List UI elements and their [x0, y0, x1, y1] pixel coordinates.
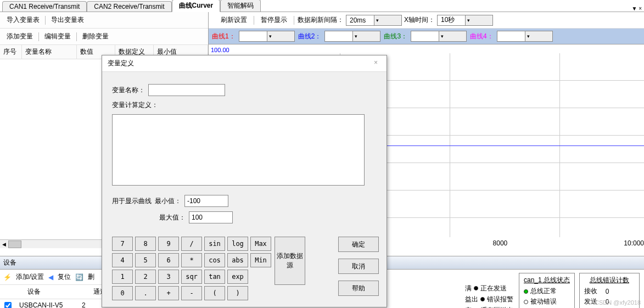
add-datasource-button[interactable]: 添加数据源	[275, 237, 305, 285]
key-8[interactable]: 8	[135, 237, 156, 251]
key-4[interactable]: 4	[112, 253, 133, 267]
interval-combo[interactable]: 20ms▾	[346, 15, 402, 26]
curve4-combo[interactable]: ▾	[497, 31, 553, 42]
delete-icon: 🔄	[75, 273, 83, 281]
separator	[38, 32, 39, 41]
col-device[interactable]: 设备	[22, 286, 88, 298]
curve-toolbar-1: 刷新设置 暂停显示 数据刷新间隔： 20ms▾ X轴时间： 10秒▾	[209, 12, 644, 29]
close-icon[interactable]: ×	[371, 59, 381, 68]
tab-overflow-icon[interactable]: ▼ ×	[631, 5, 642, 12]
pause-display-button[interactable]: 暂停显示	[257, 14, 290, 26]
key-div[interactable]: /	[181, 237, 202, 251]
tab-can2[interactable]: CAN2 Receive/Transmit	[87, 1, 171, 12]
separator	[76, 32, 77, 41]
xaxis-combo[interactable]: 10秒▾	[437, 15, 493, 26]
chart-ymax-label: 100.00	[211, 47, 229, 53]
refresh-settings-button[interactable]: 刷新设置	[217, 14, 250, 26]
key-3[interactable]: 3	[158, 270, 179, 284]
curve4-label: 曲线4：	[470, 32, 494, 41]
reset-icon: ◀	[48, 273, 53, 281]
var-toolbar-2: 添加变量 编辑变量 删除变量	[0, 29, 208, 45]
watermark: CSDN @xfy2018	[595, 299, 641, 306]
key-tan[interactable]: tan	[204, 270, 225, 284]
key-mul[interactable]: *	[181, 253, 202, 267]
import-vars-button[interactable]: 导入变量表	[3, 14, 43, 26]
add-var-button[interactable]: 添加变量	[3, 31, 36, 42]
key-1[interactable]: 1	[112, 270, 133, 284]
key-2[interactable]: 2	[135, 270, 156, 284]
key-9[interactable]: 9	[158, 237, 179, 251]
max-input[interactable]	[189, 211, 233, 223]
lightning-icon: ⚡	[3, 273, 12, 281]
key-0[interactable]: 0	[112, 286, 133, 300]
bus-error-title: 总线错误计数	[584, 276, 635, 285]
curve1-combo[interactable]: ▾	[239, 31, 295, 42]
min-label: 最小值：	[155, 197, 181, 206]
key-minus[interactable]: -	[181, 286, 202, 300]
keypad: 7 8 9 / sin log Max 4 5 6 * cos abs Min …	[112, 237, 271, 300]
key-7[interactable]: 7	[112, 237, 133, 251]
key-lparen[interactable]: (	[204, 286, 225, 300]
key-exp[interactable]: exp	[227, 270, 248, 284]
col-seq[interactable]: 序号	[0, 45, 22, 59]
key-cos[interactable]: cos	[204, 253, 225, 267]
key-max[interactable]: Max	[250, 237, 271, 251]
key-abs[interactable]: abs	[227, 253, 248, 267]
add-device-button[interactable]: 添加/设置	[13, 271, 47, 283]
key-sqr[interactable]: sqr	[181, 270, 202, 284]
device-name: USBCAN-II-V5	[16, 301, 82, 308]
curve3-combo[interactable]: ▾	[411, 31, 467, 42]
separator	[45, 16, 46, 25]
bus-status-box: can_1 总线状态 总线正常 被动错误 主动错误 总线关闭	[519, 273, 575, 308]
dialog-titlebar[interactable]: 变量定义 ×	[102, 55, 387, 72]
var-toolbar-1: 导入变量表 导出变量表	[0, 12, 208, 29]
delete-var-button[interactable]: 删除变量	[79, 31, 112, 42]
key-min[interactable]: Min	[250, 253, 271, 267]
key-plus[interactable]: +	[158, 286, 179, 300]
export-vars-button[interactable]: 导出变量表	[48, 14, 87, 26]
device-checkbox[interactable]	[4, 302, 12, 309]
key-sin[interactable]: sin	[204, 237, 225, 251]
var-expr-textarea[interactable]	[112, 114, 365, 186]
key-rparen[interactable]: )	[227, 286, 248, 300]
col-name[interactable]: 变量名称	[22, 45, 77, 59]
var-expr-label: 变量计算定义：	[112, 100, 158, 110]
var-name-label: 变量名称：	[112, 86, 145, 95]
separator	[254, 16, 254, 25]
dialog-title-text: 变量定义	[108, 59, 134, 68]
tab-can1[interactable]: CAN1 Receive/Transmit	[2, 1, 87, 12]
delete-device-button[interactable]: 删	[85, 271, 98, 283]
min-input[interactable]	[184, 195, 228, 207]
key-dot[interactable]: .	[135, 286, 156, 300]
curve-select-toolbar: 曲线1： ▾ 曲线2： ▾ 曲线3： ▾ 曲线4： ▾	[209, 29, 644, 44]
edit-var-button[interactable]: 编辑变量	[41, 31, 74, 42]
range-label: 用于显示曲线	[112, 197, 152, 206]
cancel-button[interactable]: 取消	[338, 259, 379, 274]
device-channels: 2	[82, 301, 86, 308]
curve2-combo[interactable]: ▾	[324, 31, 380, 42]
curve2-label: 曲线2：	[298, 32, 322, 41]
key-5[interactable]: 5	[135, 253, 156, 267]
key-log[interactable]: log	[227, 237, 248, 251]
variable-define-dialog: 变量定义 × 变量名称： 变量计算定义： 用于显示曲线 最小值： 最大值： 7 …	[102, 55, 387, 307]
main-tabbar: CAN1 Receive/Transmit CAN2 Receive/Trans…	[0, 0, 644, 12]
ok-button[interactable]: 确定	[338, 237, 379, 252]
max-label: 最大值：	[159, 213, 186, 222]
curve1-label: 曲线1：	[212, 32, 236, 41]
interval-label: 数据刷新间隔：	[298, 15, 344, 25]
var-name-input[interactable]	[148, 84, 225, 96]
reset-device-button[interactable]: 复位	[54, 271, 74, 283]
separator	[294, 16, 294, 25]
tab-curver[interactable]: 曲线Curver	[172, 0, 221, 12]
bus-status-title: can_1 总线状态	[524, 276, 570, 285]
xaxis-label: X轴时间：	[404, 15, 435, 25]
tab-decode[interactable]: 智能解码	[220, 0, 261, 12]
help-button[interactable]: 帮助	[338, 281, 379, 296]
status-partial: 满正在发送 益出错误报警 空缓存区溢出 总线数据错误	[465, 272, 517, 308]
curve3-label: 曲线3：	[384, 32, 407, 41]
key-6[interactable]: 6	[158, 253, 179, 267]
